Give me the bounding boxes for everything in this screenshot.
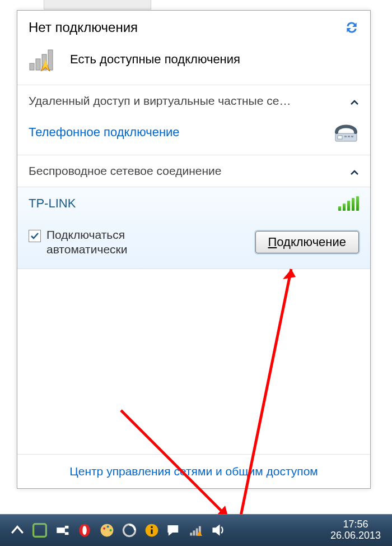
tray-opera-icon[interactable] (77, 523, 92, 538)
svg-rect-17 (65, 526, 69, 529)
dial-connection-link[interactable]: Телефонное подключение (29, 125, 180, 140)
svg-rect-18 (65, 532, 69, 535)
tray-sync-icon[interactable] (122, 523, 137, 538)
dial-connection-row[interactable]: Телефонное подключение (17, 117, 370, 155)
tray-action-center-icon[interactable] (167, 523, 181, 538)
svg-point-24 (109, 529, 111, 531)
taskbar: 17:56 26.06.2013 (0, 514, 392, 546)
svg-rect-15 (34, 524, 46, 537)
chevron-up-icon (350, 96, 359, 105)
network-sharing-center-link[interactable]: Центр управления сетями и общим доступом (69, 465, 318, 478)
auto-connect-label: Подключаться автоматически (46, 228, 181, 257)
svg-rect-28 (151, 526, 152, 528)
svg-rect-3 (48, 50, 53, 70)
svg-rect-0 (30, 63, 34, 70)
clock-date: 26.06.2013 (330, 530, 381, 542)
available-connections-row: Есть доступные подключения (17, 38, 370, 85)
empty-network-list-area (17, 269, 370, 437)
section-remote-title: Удаленный доступ и виртуальные частные с… (29, 94, 291, 108)
signal-with-alert-icon (29, 48, 59, 71)
signal-strength-icon (338, 196, 359, 211)
svg-rect-29 (190, 533, 192, 535)
svg-rect-16 (57, 528, 65, 533)
chevron-up-icon (350, 166, 359, 175)
available-connections-label: Есть доступные подключения (70, 52, 240, 67)
svg-point-20 (82, 526, 86, 535)
connect-button[interactable]: Подключение (255, 231, 360, 253)
tray-network-icon[interactable] (189, 523, 204, 538)
network-center-footer: Центр управления сетями и общим доступом (17, 454, 370, 488)
phone-modem-icon (333, 121, 359, 144)
svg-rect-8 (344, 136, 347, 137)
tray-palette-icon[interactable] (100, 523, 114, 538)
tray-up-arrow[interactable] (10, 523, 25, 538)
wifi-network-name: TP-LINK (29, 196, 76, 211)
tray-power-icon[interactable] (55, 523, 69, 538)
svg-rect-7 (338, 136, 342, 139)
taskbar-clock[interactable]: 17:56 26.06.2013 (323, 519, 389, 542)
svg-rect-30 (193, 530, 195, 535)
tray-volume-icon[interactable] (212, 523, 226, 538)
svg-rect-1 (36, 59, 40, 70)
tray-info-icon[interactable] (144, 523, 159, 538)
svg-rect-27 (151, 529, 152, 534)
network-flyout: Нет подключения Есть доступные подключен… (17, 10, 371, 489)
flyout-title: Нет подключения (29, 20, 138, 35)
svg-point-22 (103, 528, 105, 530)
clock-time: 17:56 (330, 519, 381, 530)
tray-app-icon[interactable] (32, 523, 47, 538)
svg-rect-9 (348, 136, 350, 137)
auto-connect-checkbox[interactable] (29, 230, 41, 242)
background-window-tab (44, 0, 151, 10)
section-remote-vpn[interactable]: Удаленный доступ и виртуальные частные с… (17, 85, 370, 117)
svg-rect-10 (351, 136, 353, 137)
wifi-network-item-selected[interactable]: TP-LINK Подключаться автоматически Подкл… (17, 187, 370, 269)
refresh-button[interactable] (344, 20, 359, 35)
section-wireless[interactable]: Беспроводное сетевое соединение (17, 155, 370, 187)
section-wireless-title: Беспроводное сетевое соединение (29, 164, 221, 178)
svg-point-23 (107, 525, 109, 528)
